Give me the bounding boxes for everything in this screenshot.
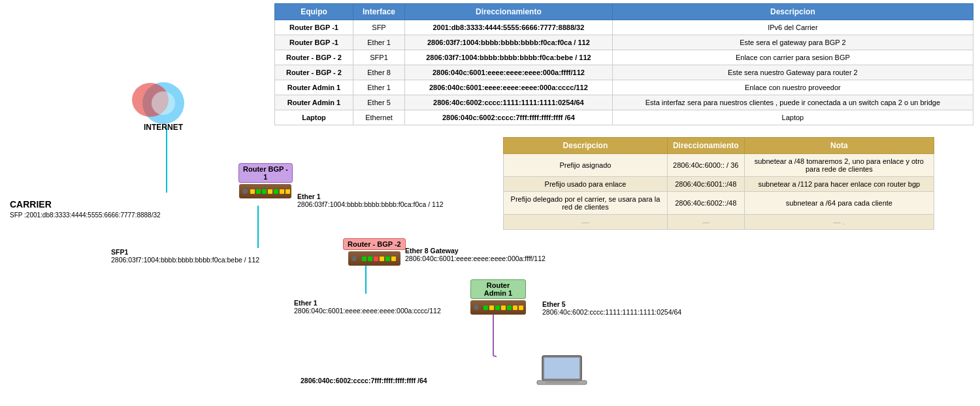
sec-cell-desc: Prefijo delegado por el carrier, se usar… bbox=[504, 192, 668, 215]
router-bgp1-label: Router BGP -1 bbox=[238, 163, 293, 183]
router-bgp2-ports bbox=[362, 257, 396, 261]
svg-point-7 bbox=[152, 91, 175, 115]
port7 bbox=[519, 305, 523, 310]
port4 bbox=[268, 189, 272, 194]
bgp2-sfp1-label: SFP1 2806:03f7:1004:bbbb:bbbb:bbbb:f0ca:… bbox=[111, 248, 259, 264]
sec-cell-desc: — bbox=[504, 215, 668, 230]
sec-cell-desc: Prefijo asignado bbox=[504, 154, 668, 177]
cell-desc: IPv6 del Carrier bbox=[612, 20, 973, 35]
port5 bbox=[507, 305, 512, 310]
carrier-label: CARRIER SFP :2001:db8:3333:4444:5555:666… bbox=[10, 199, 161, 219]
sec-col-nota: Nota bbox=[744, 138, 934, 154]
sec-cell-dir: — bbox=[667, 215, 744, 230]
port6 bbox=[391, 257, 396, 261]
cell-desc: Enlace con nuestro proveedor bbox=[612, 80, 973, 95]
table-row: ——— . bbox=[504, 215, 934, 230]
port6 bbox=[513, 305, 517, 310]
port4 bbox=[380, 257, 384, 261]
port5 bbox=[385, 257, 390, 261]
router-admin1-label: Router Admin 1 bbox=[470, 279, 526, 299]
port2 bbox=[489, 305, 494, 310]
router-bgp1-ports bbox=[250, 189, 290, 194]
cell-desc: Este sera el gateway para BGP 2 bbox=[612, 35, 973, 50]
sec-cell-nota: subnetear a /112 para hacer enlace con r… bbox=[744, 177, 934, 192]
table-row: Prefijo usado para enlace2806:40c:6001::… bbox=[504, 177, 934, 192]
network-diagram: CARRIER SFP :2001:db8:3333:4444:5555:666… bbox=[0, 0, 497, 406]
sec-cell-dir: 2806:40c:6001::/48 bbox=[667, 177, 744, 192]
router-bgp1-box: Router BGP -1 bbox=[238, 163, 293, 198]
sec-cell-dir: 2806:40c:6000:: / 36 bbox=[667, 154, 744, 177]
router-admin1-ports bbox=[483, 305, 523, 310]
cloud-svg bbox=[127, 80, 199, 126]
sec-cell-nota: subnetear a /48 tomaremos 2, uno para en… bbox=[744, 154, 934, 177]
bgp2-ether8-label: Ether 8 Gateway 2806:040c:6001:eeee:eeee… bbox=[405, 247, 546, 262]
sec-cell-desc: Prefijo usado para enlace bbox=[504, 177, 668, 192]
laptop-icon bbox=[536, 352, 588, 394]
sec-cell-dir: 2806:40c:6002::/48 bbox=[667, 192, 744, 215]
port7 bbox=[286, 189, 290, 194]
port1 bbox=[362, 257, 367, 261]
port4 bbox=[501, 305, 506, 310]
laptop-svg bbox=[536, 352, 588, 392]
admin1-ether1-label: Ether 1 2806:040c:6001:eeee:eeee:eeee:00… bbox=[294, 299, 441, 315]
router-bgp2-box: Router - BGP -2 bbox=[343, 238, 406, 266]
router-admin1-box: Router Admin 1 bbox=[470, 279, 526, 315]
sec-col-dir: Direccionamiento bbox=[667, 138, 744, 154]
router-bgp1-device bbox=[239, 184, 291, 198]
internet-cloud: INTERNET bbox=[127, 78, 199, 134]
port3 bbox=[374, 257, 378, 261]
router-bgp2-label: Router - BGP -2 bbox=[343, 238, 406, 250]
cell-desc: Esta interfaz sera para nuestros cliente… bbox=[612, 95, 973, 110]
router-bgp2-device bbox=[348, 251, 400, 266]
col-desc: Descripcion bbox=[612, 4, 973, 20]
router-admin1-device bbox=[470, 300, 526, 315]
admin1-ether5-label: Ether 5 2806:40c:6002:cccc:1111:1111:111… bbox=[542, 300, 681, 316]
sec-col-desc: Descripcion bbox=[504, 138, 668, 154]
table-row: Prefijo asignado2806:40c:6000:: / 36subn… bbox=[504, 154, 934, 177]
bgp1-ether1-label: Ether 1 2806:03f7:1004:bbbb:bbbb:bbbb:f0… bbox=[297, 193, 444, 208]
internet-label: INTERNET bbox=[144, 123, 183, 132]
svg-rect-9 bbox=[544, 358, 580, 379]
laptop-addr-label: 2806:040c:6002:cccc:7fff:ffff:ffff:ffff … bbox=[301, 377, 427, 384]
table-row: Prefijo delegado por el carrier, se usar… bbox=[504, 192, 934, 215]
cell-desc: Laptop bbox=[612, 110, 973, 125]
port2 bbox=[368, 257, 372, 261]
port5 bbox=[274, 189, 278, 194]
port3 bbox=[495, 305, 500, 310]
cell-desc: Enlace con carrier para sesion BGP bbox=[612, 50, 973, 65]
cell-desc: Este sera nuestro Gateway para router 2 bbox=[612, 65, 973, 80]
svg-line-4 bbox=[493, 356, 497, 369]
sec-cell-nota: subnetear a /64 para cada cliente bbox=[744, 192, 934, 215]
sec-cell-nota: — . bbox=[744, 215, 934, 230]
secondary-table: Descripcion Direccionamiento Nota Prefij… bbox=[503, 137, 934, 230]
port2 bbox=[256, 189, 261, 194]
port1 bbox=[483, 305, 488, 310]
port6 bbox=[280, 189, 284, 194]
svg-rect-11 bbox=[546, 381, 578, 383]
port3 bbox=[262, 189, 267, 194]
port1 bbox=[250, 189, 255, 194]
